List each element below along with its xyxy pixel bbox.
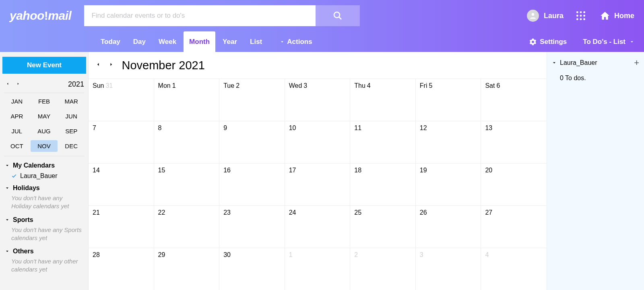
mini-month-jun[interactable]: JUN (58, 110, 85, 122)
day-number: 6 (496, 82, 500, 89)
svg-point-0 (334, 12, 340, 18)
calendar-item[interactable]: Laura_Bauer (2, 171, 86, 181)
prev-month-button[interactable] (93, 59, 104, 72)
home-button[interactable]: Home (600, 10, 634, 21)
apps-button[interactable] (576, 10, 586, 21)
day-cell[interactable]: 14 (89, 163, 154, 205)
brand-logo-text-b: mail (48, 9, 71, 22)
day-cell[interactable]: 9 (219, 121, 285, 163)
add-todo-button[interactable]: + (634, 58, 639, 67)
day-cell[interactable]: 1 (285, 248, 351, 290)
day-cell[interactable]: 12 (416, 121, 481, 163)
day-cell[interactable]: 26 (416, 205, 481, 248)
day-cell[interactable]: 17 (285, 163, 351, 205)
search-button[interactable] (316, 5, 360, 26)
day-cell[interactable]: 4 (481, 248, 547, 290)
todo-list-header[interactable]: Laura_Bauer + (552, 58, 639, 67)
mini-month-mar[interactable]: MAR (58, 95, 85, 107)
day-cell[interactable]: Sat6 (481, 79, 547, 121)
day-cell[interactable]: 19 (416, 163, 481, 205)
tab-today[interactable]: Today (95, 31, 126, 52)
mini-month-jan[interactable]: JAN (3, 95, 31, 107)
day-cell[interactable]: Wed3 (285, 79, 351, 121)
day-cell[interactable]: 3 (416, 248, 481, 290)
day-cell[interactable]: Tue2 (219, 79, 285, 121)
gear-icon (529, 38, 537, 46)
new-event-button[interactable]: New Event (2, 57, 86, 74)
divider (4, 93, 84, 93)
day-cell[interactable]: 21 (89, 205, 154, 248)
mini-month-apr[interactable]: APR (3, 110, 31, 122)
mini-month-feb[interactable]: FEB (31, 95, 58, 107)
day-cell[interactable]: Mon1 (154, 79, 220, 121)
tab-year[interactable]: Year (217, 31, 243, 52)
todo-count: 0 To dos. (552, 67, 639, 82)
day-cell[interactable]: 11 (350, 121, 416, 163)
day-cell[interactable]: 30 (219, 248, 285, 290)
tab-list[interactable]: List (244, 31, 268, 52)
mini-month-aug[interactable]: AUG (31, 125, 58, 137)
svg-line-1 (339, 17, 341, 19)
settings-label: Settings (540, 38, 567, 46)
brand-logo-exclaim: ! (44, 9, 48, 22)
mini-year-label[interactable]: 2021 (68, 80, 84, 89)
section-sports[interactable]: Sports (2, 213, 86, 225)
day-cell[interactable]: Thu4 (350, 79, 416, 121)
calendar-main: November 2021 Sun31Mon1Tue2Wed3Thu4Fri5S… (89, 52, 547, 290)
mini-month-grid: JANFEBMARAPRMAYJUNJULAUGSEPOCTNOVDEC (2, 95, 86, 156)
day-number: 26 (420, 209, 427, 216)
mini-month-nov[interactable]: NOV (31, 140, 58, 152)
day-cell[interactable]: 24 (285, 205, 351, 248)
main-content: New Event 2021 JANFEBMARAPRMAYJUNJULAUGS… (0, 52, 644, 290)
day-cell[interactable]: 27 (481, 205, 547, 248)
view-navbar: Today Day Week Month Year List Actions S… (0, 31, 644, 52)
account-name: Laura (544, 12, 564, 20)
section-holidays[interactable]: Holidays (2, 181, 86, 193)
account-menu[interactable]: Laura (527, 10, 564, 22)
day-cell[interactable]: 23 (219, 205, 285, 248)
day-cell[interactable]: 13 (481, 121, 547, 163)
mini-prev-button[interactable] (4, 81, 11, 88)
section-others[interactable]: Others (2, 244, 86, 257)
day-cell[interactable]: 16 (219, 163, 285, 205)
tab-day[interactable]: Day (128, 31, 151, 52)
mini-month-sep[interactable]: SEP (58, 125, 85, 137)
actions-menu[interactable]: Actions (274, 31, 318, 52)
day-cell[interactable]: 18 (350, 163, 416, 205)
day-cell[interactable]: 28 (89, 248, 154, 290)
tab-week[interactable]: Week (153, 31, 182, 52)
day-cell[interactable]: 7 (89, 121, 154, 163)
day-cell[interactable]: 10 (285, 121, 351, 163)
day-cell[interactable]: Fri5 (416, 79, 481, 121)
day-cell[interactable]: 8 (154, 121, 220, 163)
chevron-right-icon (109, 61, 114, 68)
mini-month-jul[interactable]: JUL (3, 125, 31, 137)
mini-next-button[interactable] (14, 81, 22, 88)
day-number: 1 (289, 251, 293, 258)
todos-view-dropdown[interactable]: To Do's - List (583, 31, 634, 52)
day-cell[interactable]: 25 (350, 205, 416, 248)
day-cell[interactable]: 15 (154, 163, 220, 205)
chevron-down-icon (552, 60, 557, 65)
day-cell[interactable]: 22 (154, 205, 220, 248)
calendar-title: November 2021 (122, 59, 204, 72)
day-cell[interactable]: 2 (350, 248, 416, 290)
day-cell[interactable]: Sun31 (89, 79, 154, 121)
search-icon (333, 11, 343, 21)
settings-button[interactable]: Settings (529, 31, 567, 52)
section-empty-text: You don't have any Sports calendars yet (2, 225, 86, 245)
brand-logo[interactable]: yahoo!mail (10, 9, 71, 23)
section-my-calendars[interactable]: My Calendars (2, 159, 86, 171)
day-number: 17 (289, 167, 296, 174)
home-icon (600, 10, 610, 21)
check-icon (11, 173, 17, 179)
mini-month-dec[interactable]: DEC (58, 140, 85, 152)
tab-month[interactable]: Month (184, 31, 215, 52)
day-cell[interactable]: 29 (154, 248, 220, 290)
mini-month-may[interactable]: MAY (31, 110, 58, 122)
next-month-button[interactable] (105, 59, 117, 72)
chevron-left-icon (6, 81, 10, 87)
day-cell[interactable]: 20 (481, 163, 547, 205)
search-input[interactable] (84, 5, 316, 26)
mini-month-oct[interactable]: OCT (3, 140, 31, 152)
